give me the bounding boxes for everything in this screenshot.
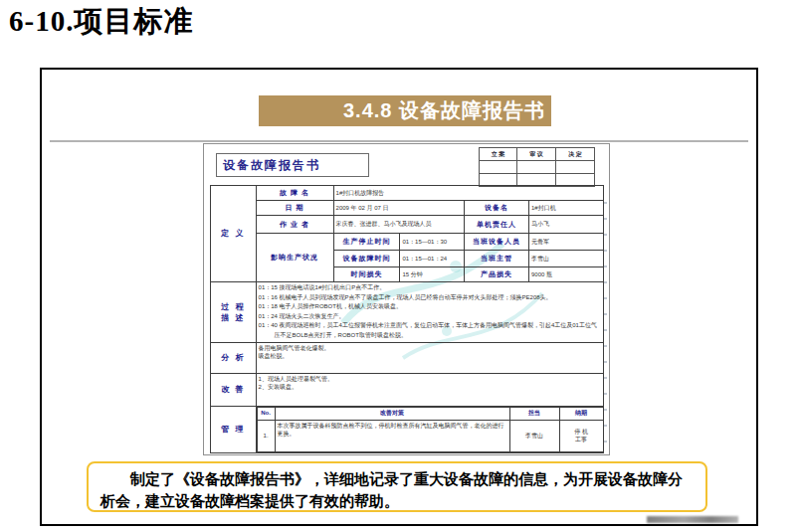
approval-empty-cell xyxy=(480,161,517,174)
stop-time-label: 生产停止时间 xyxy=(333,234,400,251)
manage-row-deadline: 停 机 工事 xyxy=(559,420,603,451)
process-line: 01：16 机械电子人员到现场发现P点不了吸盘工作，现场人员已经将自动车停并对火… xyxy=(259,293,601,303)
approval-header-draft: 立 案 xyxy=(480,148,517,161)
management-subtable: No. 改善对策 担当 纳期 1. 本次事故属于设备科预防点检不到位，停机时检查… xyxy=(257,407,604,452)
operator-value: 宋庆春、张进群、马小飞及现场人员 xyxy=(333,216,465,234)
manage-row-owner: 李雪山 xyxy=(509,420,559,451)
clipped-page-number xyxy=(647,516,738,523)
fault-time-label: 设备故障时间 xyxy=(333,251,400,267)
approval-header-review: 审 议 xyxy=(517,148,556,161)
form-title: 设备故障报告书 xyxy=(217,157,320,174)
approval-header-decide: 决 定 xyxy=(556,148,595,161)
duty-manager-value: 李雪山 xyxy=(529,251,604,267)
impact-label: 影响生产状况 xyxy=(256,234,333,282)
responsible-label: 单机责任人 xyxy=(465,216,529,234)
duty-staff-label: 当班设备人员 xyxy=(465,234,529,251)
manage-header-deadline: 纳期 xyxy=(559,407,603,420)
approval-empty-cell xyxy=(556,161,595,174)
form-title-box: 设备故障报告书 xyxy=(216,153,369,177)
duty-staff-value: 元贵军 xyxy=(529,234,604,251)
device-name-label: 设备名 xyxy=(465,201,529,216)
manage-deadline-line2: 工事 xyxy=(562,436,601,443)
paragraph-marks xyxy=(604,188,607,446)
product-loss-value: 9000 瓶 xyxy=(529,267,604,282)
manage-header-measure: 改善对策 xyxy=(275,407,509,420)
section-label-process: 过 程 描 述 xyxy=(211,282,257,343)
process-line: 01：24 现场火头二次恢复生产。 xyxy=(259,312,601,322)
section-banner: 3.4.8 设备故障报告书 xyxy=(259,95,551,126)
divider-line xyxy=(50,140,748,142)
management-cell: No. 改善对策 担当 纳期 1. 本次事故属于设备科预防点检不到位，停机时检查… xyxy=(256,406,603,452)
process-line: 01：18 电子人员操作ROBOT机，机械人员安装吸盘。 xyxy=(259,302,601,312)
responsible-value: 马小飞 xyxy=(529,216,604,234)
analysis-cell: 备用电脑间气管老化爆裂。 吸盘松脱。 xyxy=(256,342,603,373)
manage-deadline-line1: 停 机 xyxy=(562,428,601,436)
duty-manager-label: 当班主管 xyxy=(465,251,529,267)
slide-content-frame: 3.4.8 设备故障报告书 设备故障报告书 立 案 审 议 决 定 xyxy=(40,68,758,526)
process-description-cell: 01：15 接现场电话说1#封口机出口P点不工作。 01：16 机械电子人员到现… xyxy=(256,282,603,343)
equipment-failure-report-form: 设备故障报告书 立 案 审 议 决 定 xyxy=(203,143,610,455)
manage-row-no: 1. xyxy=(257,420,275,451)
section-label-improve: 改 善 xyxy=(211,373,257,406)
process-line: 01：15 接现场电话说1#封口机出口P点不工作。 xyxy=(259,283,601,293)
process-label-line1: 过 程 xyxy=(213,301,254,312)
section-label-definition: 定 义 xyxy=(211,186,257,282)
page-title: 6-10.项目标准 xyxy=(9,2,193,42)
device-name-value: 1#封口机 xyxy=(529,201,604,216)
time-loss-label: 时间损失 xyxy=(333,267,400,282)
date-label: 日 期 xyxy=(256,201,333,216)
analysis-line: 备用电脑间气管老化爆裂。 xyxy=(259,344,601,352)
stop-time-value: 01：15—01：30 xyxy=(400,234,465,251)
approval-empty-cell xyxy=(517,161,556,174)
report-main-table: 定 义 故 障 名 1#封口机故障报告 日 期 2009 年 02 月 07 日… xyxy=(210,185,604,453)
date-value: 2009 年 02 月 07 日 xyxy=(333,201,465,216)
manage-header-owner: 担当 xyxy=(509,407,559,420)
summary-callout: 制定了《设备故障报告书》，详细地记录了重大设备故障的信息，为开展设备故障分析会，… xyxy=(87,461,707,512)
improvement-line: 2、安装吸盘。 xyxy=(259,383,601,391)
process-label-line2: 描 述 xyxy=(213,312,254,323)
manage-row-measure: 本次事故属于设备科预防点检不到位，停机时检查所有汽缸及电脑间气管，老化的进行更换… xyxy=(275,420,509,451)
approval-table: 立 案 审 议 决 定 xyxy=(479,147,595,187)
process-line: 01：40 夜间现场巡检时，员工4工位报警停机未注意面气，复位启动车体，车体上方… xyxy=(259,321,601,340)
fault-time-value: 01：15—01：24 xyxy=(400,251,465,267)
product-loss-label: 产品损失 xyxy=(465,267,529,282)
fault-name-label: 故 障 名 xyxy=(256,186,333,201)
manage-header-no: No. xyxy=(257,407,275,420)
improvement-line: 1、现场人员处理暴裂气管。 xyxy=(259,375,601,383)
section-label-manage: 管 理 xyxy=(211,406,257,452)
analysis-line: 吸盘松脱。 xyxy=(259,352,601,360)
operator-label: 作 业 者 xyxy=(256,216,333,234)
section-label-analysis: 分 析 xyxy=(211,342,257,373)
time-loss-value: 15 分钟 xyxy=(400,267,465,282)
improvement-cell: 1、现场人员处理暴裂气管。 2、安装吸盘。 xyxy=(256,373,603,406)
fault-name-value: 1#封口机故障报告 xyxy=(333,186,603,201)
